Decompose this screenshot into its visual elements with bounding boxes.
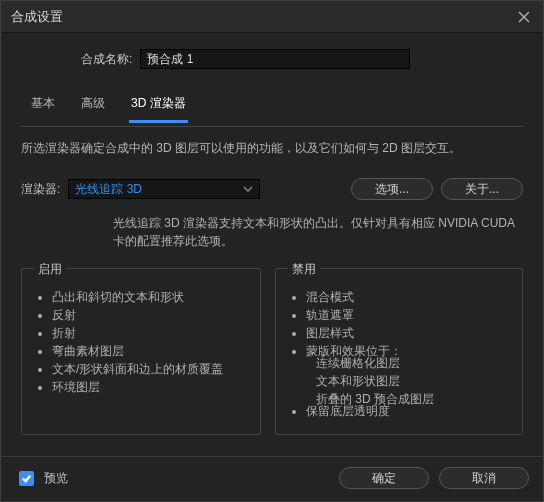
feature-panes: 启用 凸出和斜切的文本和形状 反射 折射 弯曲素材图层 文本/形状斜面和边上的材…: [21, 268, 523, 435]
disable-list: 混合模式 轨道遮罩 图层样式 蒙版和效果位于：: [288, 288, 510, 360]
enable-list: 凸出和斜切的文本和形状 反射 折射 弯曲素材图层 文本/形状斜面和边上的材质覆盖…: [34, 288, 248, 396]
renderer-subdescription: 光线追踪 3D 渲染器支持文本和形状的凸出。仅针对具有相应 NVIDIA CUD…: [21, 214, 523, 250]
composition-name-input[interactable]: [140, 49, 410, 69]
composition-name-row: 合成名称:: [21, 49, 523, 69]
dialog-body: 合成名称: 基本 高级 3D 渲染器 所选渲染器确定合成中的 3D 图层可以使用…: [1, 33, 543, 501]
options-button[interactable]: 选项...: [351, 178, 433, 200]
ok-button[interactable]: 确定: [339, 467, 429, 489]
list-item: 文本/形状斜面和边上的材质覆盖: [52, 360, 248, 378]
about-button[interactable]: 关于...: [441, 178, 523, 200]
list-item: 反射: [52, 306, 248, 324]
list-item: 轨道遮罩: [306, 306, 510, 324]
preview-checkbox[interactable]: [19, 471, 34, 486]
composition-settings-dialog: 合成设置 合成名称: 基本 高级 3D 渲染器 所选渲染器确定合成中的 3D 图…: [0, 0, 544, 502]
enable-pane: 启用 凸出和斜切的文本和形状 反射 折射 弯曲素材图层 文本/形状斜面和边上的材…: [21, 268, 261, 435]
check-icon: [21, 473, 32, 484]
composition-name-label: 合成名称:: [81, 51, 132, 68]
tabs: 基本 高级 3D 渲染器: [21, 91, 523, 122]
close-icon[interactable]: [515, 8, 533, 26]
dialog-title: 合成设置: [11, 8, 515, 26]
renderer-selected-value: 光线追踪 3D: [75, 181, 142, 198]
disable-pane: 禁用 混合模式 轨道遮罩 图层样式 蒙版和效果位于： 连续栅格化图层 文本和形状…: [275, 268, 523, 435]
renderer-select[interactable]: 光线追踪 3D: [68, 179, 260, 199]
list-item: 连续栅格化图层: [316, 354, 510, 372]
tab-3d-renderer[interactable]: 3D 渲染器: [129, 91, 188, 123]
dialog-footer: 预览 确定 取消: [1, 456, 543, 501]
tab-advanced[interactable]: 高级: [79, 91, 107, 122]
disable-legend: 禁用: [288, 261, 320, 278]
preview-label[interactable]: 预览: [44, 470, 329, 487]
list-item: 弯曲素材图层: [52, 342, 248, 360]
disable-sublist: 连续栅格化图层 文本和形状图层 折叠的 3D 预合成图层: [288, 354, 510, 408]
tab-basic[interactable]: 基本: [29, 91, 57, 122]
list-item: 环境图层: [52, 378, 248, 396]
chevron-down-icon: [243, 184, 253, 194]
list-item: 折射: [52, 324, 248, 342]
list-item: 文本和形状图层: [316, 372, 510, 390]
renderer-row: 渲染器: 光线追踪 3D 选项... 关于...: [21, 178, 523, 200]
enable-legend: 启用: [34, 261, 66, 278]
list-item: 图层样式: [306, 324, 510, 342]
cancel-button[interactable]: 取消: [439, 467, 529, 489]
renderer-label: 渲染器:: [21, 181, 60, 198]
titlebar: 合成设置: [1, 1, 543, 33]
renderer-description: 所选渲染器确定合成中的 3D 图层可以使用的功能，以及它们如何与 2D 图层交互…: [21, 139, 523, 158]
list-item: 凸出和斜切的文本和形状: [52, 288, 248, 306]
list-item: 混合模式: [306, 288, 510, 306]
tab-underline: [21, 126, 523, 127]
